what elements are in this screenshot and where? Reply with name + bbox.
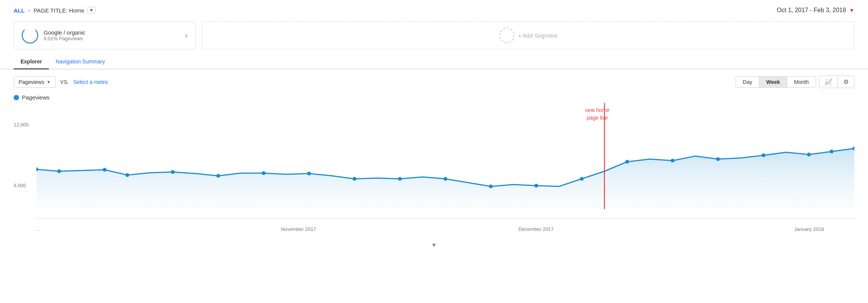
chart-legend: Pageviews <box>14 91 854 103</box>
data-point <box>761 153 765 157</box>
date-range-label: Oct 1, 2017 - Feb 3, 2018 <box>777 7 846 14</box>
chart-svg <box>36 103 854 224</box>
chart-container: 12,000 6,000 <box>14 103 854 240</box>
data-point <box>216 174 220 178</box>
segment-metric: 9.01% Pageviews <box>44 36 85 41</box>
segment-name: Google / organic <box>44 29 85 36</box>
date-range[interactable]: Oct 1, 2017 - Feb 3, 2018 ▼ <box>777 7 854 14</box>
x-label-dec: December 2017 <box>519 226 554 232</box>
legend-dot <box>14 95 19 100</box>
time-btn-month[interactable]: Month <box>787 77 816 87</box>
controls-row: Pageviews ▼ VS. Select a metric Day Week… <box>0 69 868 91</box>
data-point <box>398 177 402 181</box>
time-btn-day[interactable]: Day <box>736 77 760 87</box>
x-label-dots: ... <box>36 226 41 232</box>
data-point <box>716 157 720 161</box>
breadcrumb-separator: » <box>28 8 30 13</box>
data-point <box>830 150 833 153</box>
data-point <box>489 185 493 188</box>
time-button-group: Day Week Month <box>736 76 816 88</box>
time-btn-week[interactable]: Week <box>760 77 787 87</box>
metric-dropdown[interactable]: Pageviews ▼ <box>14 76 56 88</box>
page-title: PAGE TITLE: Home <box>33 7 84 14</box>
segment-caret[interactable]: ∨ <box>184 32 189 39</box>
x-label-nov: November 2017 <box>281 226 316 232</box>
tab-explorer[interactable]: Explorer <box>14 55 49 69</box>
x-axis: ... November 2017 December 2017 January … <box>36 226 854 232</box>
y-label-6000: 6,000 <box>14 183 26 188</box>
page-title-dropdown[interactable]: ▼ <box>87 7 96 14</box>
segments-row: Google / organic 9.01% Pageviews ∨ + Add… <box>0 17 868 55</box>
select-metric-link[interactable]: Select a metric <box>73 79 108 85</box>
data-point <box>262 171 266 175</box>
data-point <box>171 170 175 174</box>
segment-card-google-organic[interactable]: Google / organic 9.01% Pageviews ∨ <box>14 21 196 49</box>
chart-bottom-arrow: ▼ <box>14 240 854 249</box>
vs-label: VS. <box>60 79 69 85</box>
chart-line-view-btn[interactable]: 📈 <box>819 76 838 88</box>
tabs-row: Explorer Navigation Summary <box>0 55 868 69</box>
tab-navigation-summary[interactable]: Navigation Summary <box>49 55 112 69</box>
legend-label: Pageviews <box>22 94 50 101</box>
segment-info: Google / organic 9.01% Pageviews <box>44 29 85 41</box>
right-controls: Day Week Month 📈 ⚙ <box>736 76 854 88</box>
y-label-12000: 12,000 <box>14 122 29 128</box>
data-point <box>535 184 538 188</box>
chart-dot-view-btn[interactable]: ⚙ <box>838 76 854 88</box>
data-point <box>580 177 583 181</box>
segment-icon <box>22 27 38 44</box>
chart-area: Pageviews 12,000 6,000 <box>0 91 868 249</box>
chart-expand-arrow[interactable]: ▼ <box>431 242 437 249</box>
metric-label: Pageviews <box>19 79 44 85</box>
data-point <box>57 169 61 173</box>
x-label-jan: January 2018 <box>794 226 824 232</box>
data-point <box>307 172 311 175</box>
all-link[interactable]: ALL <box>14 7 25 14</box>
data-point <box>126 173 129 177</box>
data-point <box>671 159 675 163</box>
annotation-text: new homepage live <box>574 107 620 122</box>
add-segment-circle <box>499 28 514 43</box>
top-bar: ALL » PAGE TITLE: Home ▼ Oct 1, 2017 - F… <box>0 0 868 17</box>
data-point <box>103 168 107 172</box>
add-segment-card[interactable]: + Add Segment <box>202 21 854 49</box>
metric-dropdown-arrow: ▼ <box>47 80 51 84</box>
data-point <box>443 177 447 181</box>
chart-view-buttons: 📈 ⚙ <box>819 76 854 88</box>
data-point <box>807 153 811 156</box>
left-controls: Pageviews ▼ VS. Select a metric <box>14 76 108 88</box>
breadcrumb: ALL » PAGE TITLE: Home ▼ <box>14 7 96 14</box>
data-point <box>352 177 356 181</box>
data-point <box>625 160 629 164</box>
date-range-arrow[interactable]: ▼ <box>849 7 854 13</box>
add-segment-label: + Add Segment <box>518 32 557 39</box>
